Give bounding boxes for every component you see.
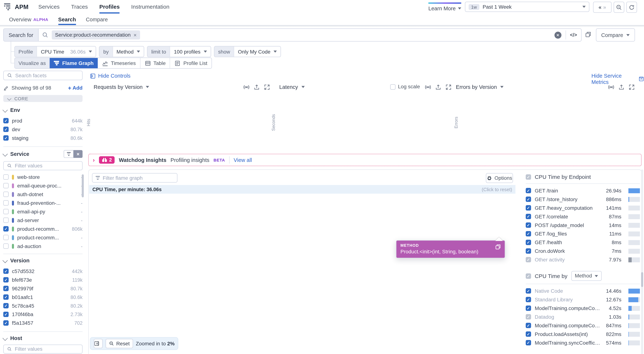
version-row[interactable]: 9629979f80.7k (3, 284, 82, 293)
cpu-time-row[interactable]: ModelTraining.computeCoefficie...4.52s (526, 304, 640, 312)
cpu-time-row[interactable]: POST /update_model14ms (526, 221, 640, 229)
facet-checkbox[interactable] (3, 277, 9, 282)
requests-chart[interactable] (103, 99, 268, 147)
facet-clear-button[interactable]: × (74, 150, 82, 158)
add-facet-button[interactable]: +Add (68, 85, 82, 91)
facet-checkbox[interactable] (3, 218, 9, 223)
version-row[interactable]: 170f46ba2.73k (3, 310, 82, 319)
cpu-time-row[interactable]: GET /correlate87ms (526, 212, 640, 221)
chart1-title-dropdown[interactable]: Requests by Version (94, 84, 149, 90)
core-section-header[interactable]: CORE (3, 95, 82, 102)
search-token[interactable]: Service:product-recommendation × (52, 30, 140, 39)
live-signal-icon[interactable] (608, 84, 614, 91)
limit-pill[interactable]: limit to 100 profiles (147, 46, 211, 57)
facet-checkbox[interactable] (3, 243, 9, 249)
by-pill[interactable]: by Method (99, 46, 144, 57)
service-row[interactable]: email-api-py- (3, 207, 82, 216)
options-button[interactable]: Options (486, 173, 513, 183)
hide-controls-link[interactable]: Hide Controls (90, 73, 130, 79)
row-checkbox[interactable] (526, 297, 531, 302)
service-row[interactable]: email-queue-proc...- (3, 182, 82, 190)
copy-icon[interactable] (585, 31, 592, 38)
export-icon[interactable] (254, 84, 260, 91)
scrollbar-thumb[interactable] (641, 272, 643, 287)
time-range-picker[interactable]: 1w Past 1 Week (465, 2, 590, 12)
facet-checkbox[interactable] (3, 200, 9, 206)
search-bar[interactable]: Search for Service:product-recommendatio… (3, 28, 582, 42)
copy-icon[interactable] (495, 244, 501, 250)
latency-chart[interactable] (286, 99, 450, 147)
clear-query-icon[interactable]: × (554, 32, 561, 39)
row-checkbox[interactable] (526, 205, 531, 211)
cpu-time-row[interactable]: GET /heavy_computation141ms (526, 204, 640, 212)
live-signal-icon[interactable] (425, 84, 431, 91)
method-dropdown[interactable]: Method (571, 271, 602, 281)
log-scale-checkbox[interactable] (390, 84, 396, 89)
row-checkbox[interactable] (526, 340, 531, 345)
scrollbar-thumb[interactable] (82, 174, 84, 198)
watchdog-insights-bar[interactable]: › 2 Watchdog Insights Profiling insights… (88, 154, 642, 166)
chart3-title-dropdown[interactable]: Errors by Version (456, 84, 504, 90)
cpu-time-row[interactable]: GET /log_files11ms (526, 229, 640, 238)
nav-profiles[interactable]: Profiles (100, 0, 120, 14)
flame-graph-header[interactable]: CPU Time, per minute: 36.06s (Click to r… (89, 185, 516, 194)
service-row[interactable]: product-recomm...- (3, 233, 82, 242)
view-all-link[interactable]: View all (234, 157, 252, 163)
facet-checkbox[interactable] (3, 312, 9, 317)
hide-service-metrics-link[interactable]: Hide Service Metrics (592, 73, 644, 85)
tab-search[interactable]: Search (58, 14, 76, 25)
log-scale-toggle[interactable]: Log scale (390, 84, 420, 90)
service-row[interactable]: web-store- (3, 173, 82, 182)
facet-checkbox[interactable] (3, 235, 9, 240)
nav-services[interactable]: Services (38, 0, 60, 14)
viz-profile-list[interactable]: Profile List (170, 58, 211, 68)
method-panel-checkbox[interactable] (526, 273, 531, 279)
row-checkbox[interactable] (526, 248, 531, 254)
cpu-time-row[interactable]: Native Code14.46s (526, 287, 640, 295)
facet-checkbox[interactable] (3, 118, 9, 123)
host-section-header[interactable]: Host (3, 335, 82, 341)
cpu-time-row[interactable]: Standard Library12.67s (526, 295, 640, 304)
service-row[interactable]: ad-auction- (3, 242, 82, 250)
export-icon[interactable] (618, 84, 625, 91)
row-checkbox[interactable] (526, 257, 531, 262)
token-close-icon[interactable]: × (134, 32, 137, 38)
flame-graph-fragments[interactable] (517, 195, 520, 265)
host-filter-input[interactable]: Filter values (3, 345, 82, 354)
version-row[interactable]: f5a13457702 (3, 319, 82, 327)
service-filter-input[interactable]: Filter values (3, 161, 82, 170)
facet-checkbox[interactable] (3, 294, 9, 300)
facet-checkbox[interactable] (3, 135, 9, 140)
tab-overview[interactable]: Overview ALPHA (9, 14, 48, 25)
time-shift-buttons[interactable]: «» (593, 2, 612, 13)
env-row[interactable]: staging80.6k (3, 134, 82, 142)
profile-type-pill[interactable]: Profile CPU Time36.06s (14, 46, 96, 57)
version-section-header[interactable]: Version (3, 257, 82, 264)
viz-flame-graph[interactable]: Flame Graph (50, 58, 98, 68)
row-checkbox[interactable] (526, 188, 531, 193)
row-checkbox[interactable] (526, 223, 531, 228)
pencil-icon[interactable] (3, 85, 9, 91)
nav-instrumentation[interactable]: Instrumentation (131, 0, 170, 14)
version-row[interactable]: b01aafc180.6k (3, 293, 82, 301)
env-row[interactable]: dev80.7k (3, 125, 82, 134)
facet-checkbox[interactable] (3, 268, 9, 274)
facet-checkbox[interactable] (3, 320, 9, 326)
fullscreen-icon[interactable] (445, 84, 452, 91)
service-section-header[interactable]: Service × (3, 150, 82, 158)
reset-zoom-button[interactable]: Reset (106, 339, 133, 348)
facet-checkbox[interactable] (3, 183, 9, 188)
show-pill[interactable]: show Only My Code (214, 46, 281, 57)
export-icon[interactable] (435, 84, 442, 91)
env-section-header[interactable]: Env (3, 107, 82, 113)
row-checkbox[interactable] (526, 331, 531, 337)
cpu-time-row[interactable]: Other activity7.97s (526, 255, 640, 264)
facet-checkbox[interactable] (3, 209, 9, 214)
facet-checkbox[interactable] (3, 127, 9, 132)
cpu-time-row[interactable]: GET /train26.94s (526, 186, 640, 195)
tab-compare[interactable]: Compare (86, 14, 108, 25)
viz-table[interactable]: Table (140, 58, 170, 68)
learn-more[interactable]: Learn More (428, 2, 462, 12)
service-row[interactable]: product-recomm...806k (3, 225, 82, 233)
facet-checkbox[interactable] (3, 286, 9, 291)
